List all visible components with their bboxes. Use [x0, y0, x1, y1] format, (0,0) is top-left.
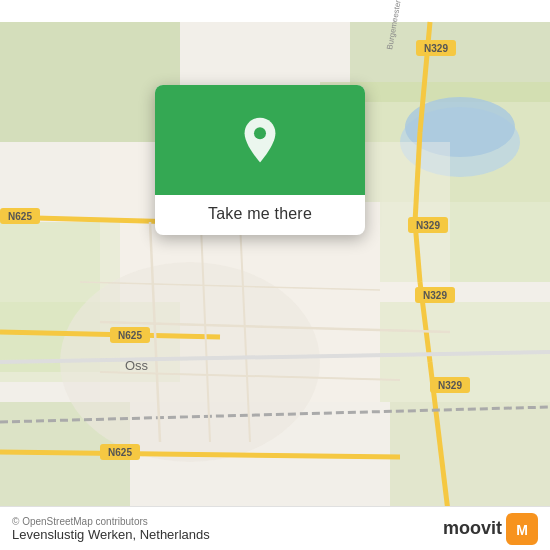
location-name: Levenslustig Werken, Netherlands — [12, 527, 210, 542]
svg-rect-1 — [0, 22, 180, 142]
location-pin-icon — [236, 116, 284, 164]
attribution-text: © OpenStreetMap contributors — [12, 516, 210, 527]
popup-button-area: Take me there — [155, 195, 365, 235]
svg-text:N329: N329 — [416, 220, 440, 231]
svg-text:N329: N329 — [423, 290, 447, 301]
map-svg: N329 N329 N329 N329 N625 N625 N625 Oss — [0, 0, 550, 550]
svg-text:N625: N625 — [8, 211, 32, 222]
popup-header — [155, 85, 365, 195]
svg-text:N625: N625 — [108, 447, 132, 458]
bottom-bar: © OpenStreetMap contributors Levenslusti… — [0, 506, 550, 550]
city-label: Oss — [125, 358, 149, 373]
svg-rect-12 — [390, 402, 550, 522]
bottom-left: © OpenStreetMap contributors Levenslusti… — [12, 516, 210, 542]
popup-card: Take me there — [155, 85, 365, 235]
take-me-there-button[interactable]: Take me there — [208, 205, 312, 223]
svg-text:M: M — [516, 522, 528, 538]
svg-text:N329: N329 — [424, 43, 448, 54]
map-container: N329 N329 N329 N329 N625 N625 N625 Oss — [0, 0, 550, 550]
svg-text:N625: N625 — [118, 330, 142, 341]
svg-point-45 — [254, 127, 266, 139]
svg-text:N329: N329 — [438, 380, 462, 391]
moovit-logo: moovit M — [443, 513, 538, 545]
moovit-icon: M — [506, 513, 538, 545]
moovit-text: moovit — [443, 518, 502, 539]
